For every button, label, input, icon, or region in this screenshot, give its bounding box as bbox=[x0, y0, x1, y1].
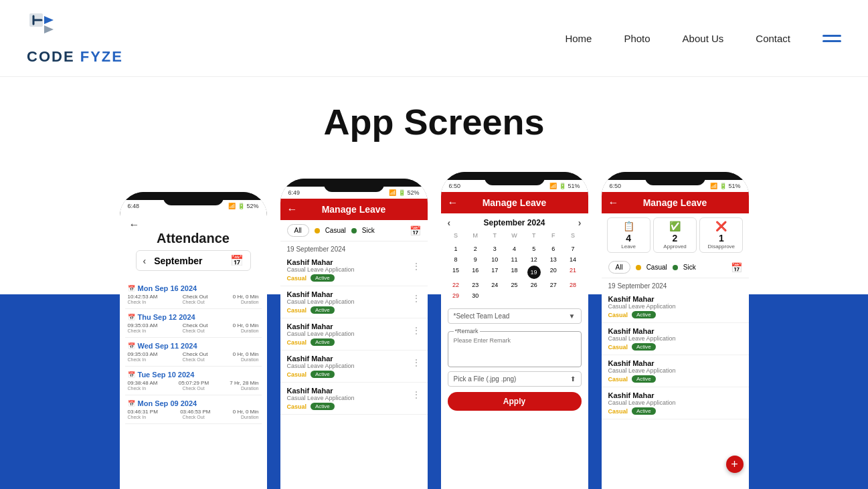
phone-notch bbox=[324, 179, 384, 192]
remark-textarea[interactable] bbox=[454, 337, 576, 361]
app-screens: 6:48📶 🔋 52% ← Attendance ‹ September 📅 📅… bbox=[0, 159, 868, 489]
list-item: Kashif Mahar Casual Leave Application Ca… bbox=[602, 291, 749, 323]
approved-stat: ✅ 2 Approved bbox=[653, 217, 697, 253]
disapproved-icon: ❌ bbox=[704, 221, 738, 231]
filter-row: All Casual Sick 📅 bbox=[602, 257, 749, 278]
remark-legend: *Remark bbox=[454, 328, 480, 334]
list-item: Kashif Mahar Casual Leave Application Ca… bbox=[602, 323, 749, 355]
date-section: 19 September 2024 bbox=[602, 278, 749, 291]
phone-notch bbox=[485, 172, 545, 185]
calendar-grid: ‹ September 2024 › SMTWTFS 1234567 89101… bbox=[441, 213, 588, 304]
phone-manage-leave-stats: 6:50📶 🔋 51% ← Manage Leave 📋 4 Leave ✅ 2… bbox=[602, 172, 749, 489]
more-menu-icon[interactable]: ⋮ bbox=[412, 357, 421, 368]
casual-dot bbox=[636, 265, 641, 270]
date-section: 19 September 2024 bbox=[280, 241, 428, 254]
team-lead-select[interactable]: *Select Team Lead ▼ bbox=[448, 308, 582, 324]
nav-links: Home Photo About Us Contact bbox=[565, 33, 841, 44]
navbar: CODE FYZE Home Photo About Us Contact bbox=[0, 0, 868, 77]
attendance-list: 📅Mon Sep 16 2024 10:42:53 AMCheck Out0 H… bbox=[120, 280, 267, 424]
table-row: 📅Tue Sep 10 2024 09:38:48 AM05:07:29 PM7… bbox=[125, 367, 262, 395]
more-menu-icon[interactable]: ⋮ bbox=[412, 261, 421, 272]
phone-manage-leave-form: 6:50📶 🔋 51% ← Manage Leave ‹ September 2… bbox=[441, 172, 588, 489]
table-row: 📅Thu Sep 12 2024 09:35:03 AMCheck Out0 H… bbox=[125, 309, 262, 338]
sick-label: Sick bbox=[362, 227, 375, 234]
stats-row: 📋 4 Leave ✅ 2 Approved ❌ 1 Disapprove bbox=[602, 213, 749, 257]
nav-contact[interactable]: Contact bbox=[756, 33, 790, 44]
table-row: 📅Mon Sep 16 2024 10:42:53 AMCheck Out0 H… bbox=[125, 280, 262, 309]
hero-section: App Screens bbox=[0, 77, 868, 159]
list-item: Kashif Mahar Casual Leave Application Ca… bbox=[280, 351, 428, 383]
table-row: 📅Wed Sep 11 2024 09:35:03 AMCheck Out0 H… bbox=[125, 338, 262, 367]
filter-all-btn[interactable]: All bbox=[287, 224, 309, 237]
sick-dot bbox=[351, 228, 357, 233]
page-title: App Screens bbox=[0, 101, 868, 142]
calendar-icon[interactable]: 📅 bbox=[230, 254, 244, 267]
leave-list: Kashif Mahar Casual Leave Application Ca… bbox=[602, 291, 749, 419]
list-item: Kashif Mahar Casual Leave Application Ca… bbox=[280, 383, 428, 415]
manage-leave-title: Manage Leave bbox=[643, 197, 707, 208]
logo: CODE FYZE bbox=[27, 11, 123, 66]
more-menu-icon[interactable]: ⋮ bbox=[412, 293, 421, 304]
more-menu-icon[interactable]: ⋮ bbox=[412, 389, 421, 400]
back-icon[interactable]: ← bbox=[448, 197, 458, 209]
manage-leave-header: ← Manage Leave bbox=[602, 192, 749, 213]
leave-icon: 📋 bbox=[612, 221, 646, 231]
phone-attendance: 6:48📶 🔋 52% ← Attendance ‹ September 📅 📅… bbox=[120, 192, 267, 489]
sick-dot bbox=[673, 265, 678, 270]
filter-all-btn[interactable]: All bbox=[608, 261, 630, 274]
attendance-header: ← Attendance ‹ September 📅 bbox=[120, 212, 267, 280]
month-selector[interactable]: ‹ September 📅 bbox=[136, 250, 251, 271]
casual-dot bbox=[315, 228, 320, 233]
disapproved-stat: ❌ 1 Disapprove bbox=[699, 217, 743, 253]
calendar-icon[interactable]: 📅 bbox=[410, 225, 421, 236]
phone-notch bbox=[163, 192, 224, 205]
nav-home[interactable]: Home bbox=[565, 33, 592, 44]
back-icon[interactable]: ← bbox=[129, 219, 258, 231]
leave-list: Kashif Mahar Casual Leave Application Ca… bbox=[280, 254, 428, 415]
approved-icon: ✅ bbox=[658, 221, 692, 231]
leave-stat: 📋 4 Leave bbox=[607, 217, 650, 253]
attendance-title: Attendance bbox=[129, 231, 258, 246]
svg-marker-2 bbox=[44, 25, 54, 33]
phone-manage-leave-list: 6:49📶 🔋 52% ← Manage Leave All Casual Si… bbox=[280, 179, 428, 489]
remark-fieldset: *Remark bbox=[448, 328, 582, 367]
list-item: Kashif Mahar Casual Leave Application Ca… bbox=[280, 286, 428, 318]
back-icon[interactable]: ← bbox=[287, 203, 298, 215]
manage-leave-header: ← Manage Leave bbox=[441, 192, 588, 213]
today-date: 19 bbox=[527, 266, 541, 279]
list-item: Kashif Mahar Casual Leave Application Ca… bbox=[280, 254, 428, 286]
more-menu-icon[interactable]: ⋮ bbox=[412, 325, 421, 336]
prev-month-icon[interactable]: ‹ bbox=[448, 217, 451, 228]
sick-label: Sick bbox=[683, 264, 696, 271]
cal-days-header: SMTWTFS bbox=[446, 232, 583, 239]
list-item: Kashif Mahar Casual Leave Application Ca… bbox=[602, 387, 749, 419]
casual-label: Casual bbox=[325, 227, 346, 234]
manage-leave-title: Manage Leave bbox=[322, 204, 386, 215]
svg-marker-1 bbox=[44, 16, 54, 24]
next-month-icon[interactable]: › bbox=[578, 217, 582, 228]
back-icon[interactable]: ← bbox=[608, 197, 619, 209]
casual-label: Casual bbox=[646, 264, 667, 271]
phone-notch bbox=[645, 172, 705, 185]
table-row: 📅Mon Sep 09 2024 03:46:31 PM03:46:53 PM0… bbox=[125, 395, 262, 424]
apply-button[interactable]: Apply bbox=[448, 392, 582, 411]
month-label: September bbox=[154, 256, 202, 266]
file-picker[interactable]: Pick a File (.jpg .png) ⬆ bbox=[448, 371, 582, 387]
hamburger-menu[interactable] bbox=[822, 35, 841, 42]
filter-row: All Casual Sick 📅 bbox=[280, 220, 428, 241]
manage-leave-title: Manage Leave bbox=[483, 197, 547, 208]
manage-leave-header: ← Manage Leave bbox=[280, 199, 428, 220]
cal-days: 1234567 891011121314 15161718192021 2223… bbox=[446, 240, 583, 300]
prev-month[interactable]: ‹ bbox=[143, 256, 147, 266]
list-item: Kashif Mahar Casual Leave Application Ca… bbox=[280, 318, 428, 351]
calendar-icon[interactable]: 📅 bbox=[731, 262, 742, 273]
list-item: Kashif Mahar Casual Leave Application Ca… bbox=[602, 355, 749, 387]
nav-about[interactable]: About Us bbox=[683, 33, 724, 44]
leave-form: *Select Team Lead ▼ *Remark Pick a File … bbox=[441, 304, 588, 415]
nav-photo[interactable]: Photo bbox=[624, 33, 650, 44]
cal-month-label: September 2024 bbox=[483, 218, 545, 227]
fab-add-button[interactable]: + bbox=[726, 456, 744, 473]
